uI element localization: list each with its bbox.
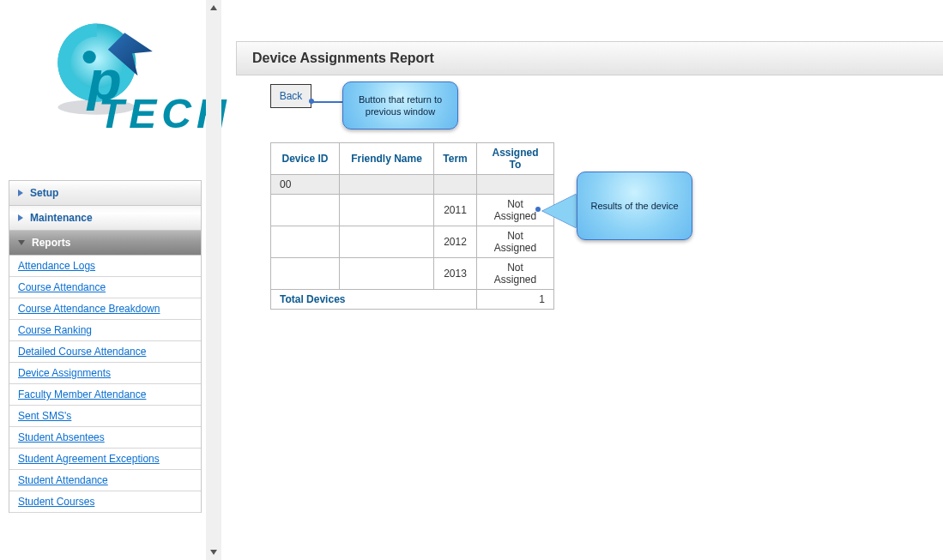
- cell-friendly: [340, 195, 434, 226]
- table-row: 2012 Not Assigned: [271, 226, 554, 258]
- device-assignments-table: Device ID Friendly Name Term Assigned To…: [270, 142, 554, 310]
- cell-device-id: 00: [271, 175, 340, 195]
- svg-point-3: [83, 51, 96, 63]
- annotation-pointer-dot: [535, 207, 541, 212]
- annotation-pointer-arrow: [542, 194, 577, 228]
- nav-item-course-attendance[interactable]: Course Attendance: [9, 277, 201, 298]
- cell-friendly: [340, 226, 434, 258]
- nav-item-device-assignments[interactable]: Device Assignments: [9, 363, 201, 384]
- nav-link[interactable]: Student Attendance: [18, 474, 108, 486]
- sidebar: p TECH Setup Maintenance Reports Attenda…: [9, 0, 202, 513]
- nav-link[interactable]: Course Ranking: [18, 324, 92, 336]
- annotation-callout-back: Button that return to previous window: [342, 81, 458, 129]
- scroll-down-button[interactable]: [206, 545, 221, 560]
- nav-section-maintenance[interactable]: Maintenance: [9, 206, 201, 231]
- total-devices-value: 1: [477, 290, 554, 310]
- cell-term: [434, 175, 477, 195]
- nav-link[interactable]: Student Agreement Exceptions: [18, 453, 160, 465]
- nav-link[interactable]: Device Assignments: [18, 367, 111, 379]
- col-term: Term: [434, 143, 477, 175]
- nav-section-setup[interactable]: Setup: [9, 181, 201, 206]
- nav-item-attendance-logs[interactable]: Attendance Logs: [9, 256, 201, 277]
- chevron-right-icon: [18, 214, 23, 221]
- nav-item-course-ranking[interactable]: Course Ranking: [9, 320, 201, 341]
- scroll-gutter: [206, 0, 221, 560]
- nav-section-label: Maintenance: [30, 212, 93, 224]
- chevron-right-icon: [18, 190, 23, 196]
- nav-item-faculty-member-attendance[interactable]: Faculty Member Attendance: [9, 384, 201, 406]
- chevron-down-icon: [18, 240, 25, 245]
- nav-link[interactable]: Course Attendance: [18, 281, 106, 293]
- cell-assigned: Not Assigned: [477, 226, 554, 258]
- annotation-pointer-line: [311, 101, 342, 103]
- cell-device-id: [271, 226, 340, 258]
- col-friendly-name: Friendly Name: [340, 143, 434, 175]
- total-devices-label: Total Devices: [271, 290, 477, 310]
- nav-item-student-absentees[interactable]: Student Absentees: [9, 427, 201, 449]
- table-header-row: Device ID Friendly Name Term Assigned To: [271, 143, 554, 175]
- chevron-up-icon: [209, 3, 218, 12]
- nav-link[interactable]: Detailed Course Attendance: [18, 346, 146, 358]
- annotation-callout-results: Results of the device: [577, 172, 692, 240]
- nav-item-detailed-course-attendance[interactable]: Detailed Course Attendance: [9, 341, 201, 363]
- nav-link[interactable]: Sent SMS's: [18, 410, 71, 422]
- table-row: 00: [271, 175, 554, 195]
- cell-term: 2013: [434, 258, 477, 290]
- col-device-id: Device ID: [271, 143, 340, 175]
- cell-friendly: [340, 258, 434, 290]
- scroll-up-button[interactable]: [206, 0, 221, 15]
- nav-item-sent-sms[interactable]: Sent SMS's: [9, 406, 201, 427]
- main-content: Device Assignments Report Back Device ID…: [236, 0, 943, 310]
- cell-term: 2011: [434, 195, 477, 226]
- nav-link[interactable]: Attendance Logs: [18, 260, 95, 272]
- table-row: 2013 Not Assigned: [271, 258, 554, 290]
- nav-link[interactable]: Student Absentees: [18, 431, 105, 443]
- cell-device-id: [271, 258, 340, 290]
- logo: p TECH: [9, 0, 215, 180]
- nav-section-label: Reports: [32, 237, 70, 249]
- table-total-row: Total Devices 1: [271, 290, 554, 310]
- cell-term: 2012: [434, 226, 477, 258]
- table-row: 2011 Not Assigned: [271, 195, 554, 226]
- nav-link[interactable]: Course Attendance Breakdown: [18, 303, 160, 315]
- nav-section-label: Setup: [30, 187, 58, 199]
- back-button[interactable]: Back: [270, 84, 311, 108]
- chevron-down-icon: [209, 548, 218, 557]
- col-assigned-to: Assigned To: [477, 143, 554, 175]
- nav-reports-list: Attendance Logs Course Attendance Course…: [9, 256, 201, 513]
- nav-item-student-courses[interactable]: Student Courses: [9, 491, 201, 513]
- nav-item-student-attendance[interactable]: Student Attendance: [9, 470, 201, 491]
- cell-assigned: [477, 175, 554, 195]
- nav-link[interactable]: Student Courses: [18, 496, 94, 508]
- cell-device-id: [271, 195, 340, 226]
- cell-assigned: Not Assigned: [477, 258, 554, 290]
- nav-section-reports[interactable]: Reports: [9, 231, 201, 256]
- nav-item-student-agreement-exceptions[interactable]: Student Agreement Exceptions: [9, 449, 201, 470]
- nav-link[interactable]: Faculty Member Attendance: [18, 388, 146, 400]
- page-title: Device Assignments Report: [236, 41, 943, 75]
- nav-item-course-attendance-breakdown[interactable]: Course Attendance Breakdown: [9, 298, 201, 320]
- nav: Setup Maintenance Reports Attendance Log…: [9, 180, 202, 513]
- cell-friendly: [340, 175, 434, 195]
